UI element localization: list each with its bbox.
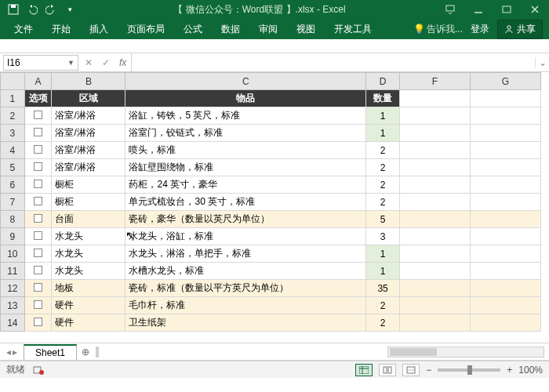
cancel-fx-icon[interactable]: ✕ xyxy=(80,57,97,68)
cell-area[interactable]: 浴室/淋浴 xyxy=(52,142,125,159)
hdr-qty[interactable]: 数量 xyxy=(366,90,400,107)
row-header[interactable]: 1 xyxy=(1,90,25,107)
checkbox-icon[interactable] xyxy=(34,162,42,171)
cell[interactable] xyxy=(471,228,541,245)
select-all-corner[interactable] xyxy=(1,73,25,90)
cell[interactable] xyxy=(400,280,471,297)
checkbox-icon[interactable] xyxy=(34,266,42,274)
cell-checkbox[interactable] xyxy=(24,263,52,280)
save-button[interactable] xyxy=(5,1,22,18)
cell[interactable] xyxy=(400,194,471,211)
redo-button[interactable] xyxy=(42,1,60,18)
tab-home[interactable]: 开始 xyxy=(44,20,78,39)
cell-area[interactable]: 浴室/淋浴 xyxy=(52,125,125,142)
cell-area[interactable]: 橱柜 xyxy=(52,176,125,194)
cell-qty[interactable]: 2 xyxy=(366,159,400,176)
cell-area[interactable]: 橱柜 xyxy=(52,194,125,211)
cell-checkbox[interactable] xyxy=(24,176,52,194)
checkbox-icon[interactable] xyxy=(34,145,42,154)
checkbox-icon[interactable] xyxy=(34,300,42,309)
cell[interactable] xyxy=(471,263,541,280)
cell[interactable] xyxy=(471,280,541,297)
checkbox-icon[interactable] xyxy=(34,197,42,205)
cell-qty[interactable]: 1 xyxy=(366,107,400,125)
col-header-A[interactable]: A xyxy=(24,73,52,90)
cell[interactable] xyxy=(400,314,471,332)
cell-qty[interactable]: 2 xyxy=(366,176,400,194)
cell-checkbox[interactable] xyxy=(24,245,52,263)
cell[interactable] xyxy=(400,228,471,245)
col-header-D[interactable]: D xyxy=(366,73,400,90)
minimize-button[interactable] xyxy=(464,0,493,19)
cell-checkbox[interactable] xyxy=(24,194,52,211)
cell-item[interactable]: 喷头，标准 xyxy=(125,142,366,159)
row-header[interactable]: 3 xyxy=(1,125,25,142)
cell[interactable] xyxy=(471,314,541,332)
cell-item[interactable]: 毛巾杆，标准 xyxy=(125,297,366,314)
cell-area[interactable]: 水龙头 xyxy=(52,228,125,245)
expand-formula-bar-icon[interactable]: ⌄ xyxy=(535,57,549,68)
cell-checkbox[interactable] xyxy=(24,314,52,332)
col-header-B[interactable]: B xyxy=(52,73,125,90)
zoom-slider[interactable] xyxy=(438,368,500,372)
cell-item[interactable]: 瓷砖，标准（数量以平方英尺为单位） xyxy=(125,280,366,297)
cell[interactable] xyxy=(471,125,541,142)
zoom-slider-knob[interactable] xyxy=(467,365,472,375)
cell-area[interactable]: 浴室/淋浴 xyxy=(52,107,125,125)
cell[interactable] xyxy=(471,245,541,263)
share-button[interactable]: 共享 xyxy=(497,20,543,39)
fx-button[interactable]: fx xyxy=(115,57,131,68)
checkbox-icon[interactable] xyxy=(34,111,42,119)
undo-button[interactable] xyxy=(24,1,41,18)
row-header[interactable]: 11 xyxy=(1,263,25,280)
cell[interactable] xyxy=(471,211,541,228)
tab-developer[interactable]: 开发工具 xyxy=(326,20,380,39)
tab-formulas[interactable]: 公式 xyxy=(176,20,210,39)
cell[interactable] xyxy=(400,263,471,280)
view-normal-button[interactable] xyxy=(355,364,373,376)
checkbox-icon[interactable] xyxy=(34,283,42,292)
cell-item[interactable]: 卫生纸架 xyxy=(125,314,366,332)
cell-item[interactable]: 水龙头，淋浴，单把手，标准 xyxy=(125,245,366,263)
macro-record-icon[interactable] xyxy=(33,365,44,376)
hdr-option[interactable]: 选项 xyxy=(24,90,52,107)
close-button[interactable] xyxy=(521,0,549,19)
cell[interactable] xyxy=(471,194,541,211)
add-sheet-button[interactable]: ⊕ xyxy=(77,346,94,358)
cell-item[interactable]: 水槽水龙头，标准 xyxy=(125,263,366,280)
cell-area[interactable]: 地板 xyxy=(52,280,125,297)
cell-qty[interactable]: 2 xyxy=(366,194,400,211)
horizontal-scrollbar[interactable] xyxy=(387,347,544,358)
hdr-item[interactable]: 物品 xyxy=(125,90,366,107)
cell-item[interactable]: 浴室门，铰链式，标准 xyxy=(125,125,366,142)
checkbox-icon[interactable] xyxy=(34,214,42,223)
tab-data[interactable]: 数据 xyxy=(213,20,248,39)
checkbox-icon[interactable] xyxy=(34,231,42,240)
cell[interactable] xyxy=(400,107,471,125)
checkbox-icon[interactable] xyxy=(34,318,42,326)
cell-item[interactable]: 药柜，24 英寸，豪华 xyxy=(125,176,366,194)
cell-qty[interactable]: 2 xyxy=(366,314,400,332)
cell[interactable] xyxy=(400,297,471,314)
hdr-area[interactable]: 区域 xyxy=(52,90,125,107)
formula-input[interactable] xyxy=(131,53,535,71)
cell-checkbox[interactable] xyxy=(24,297,52,314)
sheet-first-icon[interactable]: ◂ xyxy=(6,347,11,358)
login-link[interactable]: 登录 xyxy=(466,23,494,36)
ribbon-options-icon[interactable] xyxy=(436,0,464,19)
checkbox-icon[interactable] xyxy=(34,249,42,257)
cell[interactable] xyxy=(471,159,541,176)
cell-item[interactable]: 浴缸，铸铁，5 英尺，标准 xyxy=(125,107,366,125)
view-pagelayout-button[interactable] xyxy=(379,364,396,376)
cell[interactable] xyxy=(400,125,471,142)
col-header-F[interactable]: F xyxy=(400,73,471,90)
scroll-thumb[interactable] xyxy=(390,348,437,356)
row-header[interactable]: 4 xyxy=(1,142,25,159)
cell-area[interactable]: 水龙头 xyxy=(52,245,125,263)
cell-item[interactable]: 水龙头，浴缸，标准 xyxy=(125,228,366,245)
zoom-out-button[interactable]: − xyxy=(426,365,431,376)
row-header[interactable]: 13 xyxy=(1,297,25,314)
sheet-prev-icon[interactable]: ▸ xyxy=(13,347,17,358)
cell[interactable] xyxy=(471,142,541,159)
cell-qty[interactable]: 1 xyxy=(366,125,400,142)
